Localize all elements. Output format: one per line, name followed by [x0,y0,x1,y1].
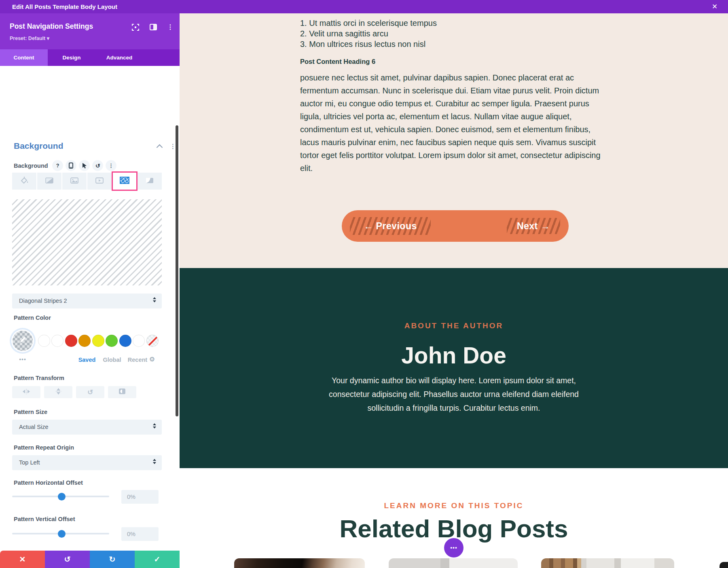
background-section-title[interactable]: Background [14,141,63,151]
help-icon[interactable]: ? [52,160,63,171]
pattern-style-select[interactable]: Diagonal Stripes 2 [12,294,162,308]
pattern-style-value: Diagonal Stripes 2 [19,298,67,304]
flip-vertical-icon [56,388,61,397]
author-name: John Doe [180,342,728,369]
pattern-horizontal-offset-label: Pattern Horizontal Offset [14,479,83,486]
related-eyebrow: LEARN MORE ON THIS TOPIC [180,501,728,510]
focus-mode-icon[interactable] [132,24,139,32]
pattern-repeat-origin-value: Top Left [19,459,40,466]
redo-button[interactable]: ↻ [90,551,135,568]
panel-title: Post Navigation Settings [10,22,93,31]
paint-bucket-icon [20,177,29,186]
flip-horizontal-button[interactable] [12,386,40,398]
bg-type-mask-button[interactable] [138,173,162,190]
bg-type-image-button[interactable] [62,173,87,190]
partial-card-corner [720,562,728,568]
post-list-item-2: 2. Velit urna sagittis arcu [300,28,388,39]
previous-button[interactable]: ← Previous [350,217,431,235]
section-more-icon[interactable]: ⋮ [170,143,176,150]
pattern-preview [12,199,162,285]
related-card-image-3[interactable] [541,558,674,568]
swatch-white-1[interactable] [38,335,50,347]
post-list-item-3: 3. Mon ultrices risus lectus non nisl [300,39,425,49]
pattern-icon [120,177,129,186]
tab-design[interactable]: Design [48,49,95,66]
pattern-size-value: Actual Size [19,424,49,430]
section-settings-dots-button[interactable]: ••• [444,538,463,557]
pattern-size-select[interactable]: Actual Size [12,420,162,435]
pattern-transform-label: Pattern Transform [14,375,64,381]
swatch-more-dots[interactable]: ••• [13,356,33,363]
panel-body: Background ⋮ Background ? ↺ ⋮ [0,66,180,551]
select-arrows-icon [153,297,156,302]
next-button[interactable]: Next → [507,218,560,234]
post-list-item-1: 1. Ut mattis orci in scelerisque tempus [300,18,437,28]
split-view-icon[interactable] [150,24,157,32]
invert-button[interactable] [108,386,136,398]
vertical-offset-slider-thumb[interactable] [58,530,66,538]
rotate-icon: ↺ [87,388,93,397]
swatch-white-2[interactable] [51,335,63,347]
horizontal-offset-slider-thumb[interactable] [58,493,66,500]
mask-icon [146,177,154,185]
invert-icon [119,388,126,396]
select-arrows-icon [153,423,156,429]
swatch-green[interactable] [106,335,118,347]
flip-horizontal-icon [22,389,30,396]
bg-type-video-button[interactable] [87,173,112,190]
swatch-white-3[interactable] [133,335,145,347]
author-bio: Your dynamic author bio will display her… [320,374,587,415]
post-paragraph: posuere nec lectus sit amet, pulvinar da… [300,71,608,175]
bg-type-gradient-button[interactable] [37,173,61,190]
reset-undo-icon[interactable]: ↺ [92,160,103,171]
close-icon[interactable]: ✕ [709,0,721,13]
sidebar-scrollbar[interactable] [176,125,178,416]
select-arrows-icon [153,459,156,464]
panel-more-icon[interactable]: ⋮ [167,23,174,31]
discard-button[interactable]: ✕ [0,551,45,568]
panel-tab-bar: Content Design Advanced [0,49,180,66]
modal-title: Edit All Posts Template Body Layout [12,0,117,13]
collapse-chevron-icon[interactable] [157,144,163,151]
save-button[interactable]: ✓ [135,551,180,568]
settings-gear-icon[interactable]: ⚙ [149,355,155,363]
field-options-icon[interactable]: ⋮ [106,160,116,171]
eyedropper-swatch[interactable] [13,331,33,351]
swatch-yellow[interactable] [92,335,104,347]
responsive-phone-icon[interactable] [66,160,76,171]
tab-global[interactable]: Global [103,357,121,363]
tab-content[interactable]: Content [0,49,48,66]
background-field-label: Background [14,163,48,169]
flip-vertical-button[interactable] [44,386,72,398]
swatch-blue[interactable] [119,335,131,347]
pattern-repeat-origin-label: Pattern Repeat Origin [14,444,74,451]
pattern-color-label: Pattern Color [14,315,51,321]
tab-recent[interactable]: Recent [128,357,147,363]
post-content-heading: Post Content Heading 6 [300,58,375,65]
pattern-vertical-offset-label: Pattern Vertical Offset [14,516,75,522]
bg-type-pattern-button[interactable] [112,171,138,191]
swatch-orange[interactable] [78,335,91,347]
image-icon [70,177,78,185]
modal-top-bar: Edit All Posts Template Body Layout ✕ [0,0,728,14]
pattern-size-label: Pattern Size [14,409,47,415]
tab-saved[interactable]: Saved [78,357,96,363]
related-card-image-2[interactable] [389,558,518,568]
hover-cursor-icon[interactable] [79,160,90,171]
gradient-icon [45,177,53,185]
author-eyebrow: ABOUT THE AUTHOR [180,321,728,330]
undo-button[interactable]: ↺ [45,551,90,568]
video-play-icon [95,177,104,185]
pattern-repeat-origin-select[interactable]: Top Left [12,455,162,470]
bg-type-color-button[interactable] [12,173,36,190]
horizontal-offset-input[interactable]: 0% [121,490,159,504]
vertical-offset-input[interactable]: 0% [121,527,159,541]
swatch-red[interactable] [65,335,77,347]
swatch-none[interactable] [146,335,159,347]
preset-selector[interactable]: Preset: Default ▾ [10,35,49,41]
related-card-image-1[interactable] [234,558,365,568]
settings-panel-header: Post Navigation Settings ⋮ Preset: Defau… [0,13,180,49]
preset-caret-icon: ▾ [47,36,49,41]
rotate-button[interactable]: ↺ [76,386,104,398]
tab-advanced[interactable]: Advanced [95,49,143,66]
